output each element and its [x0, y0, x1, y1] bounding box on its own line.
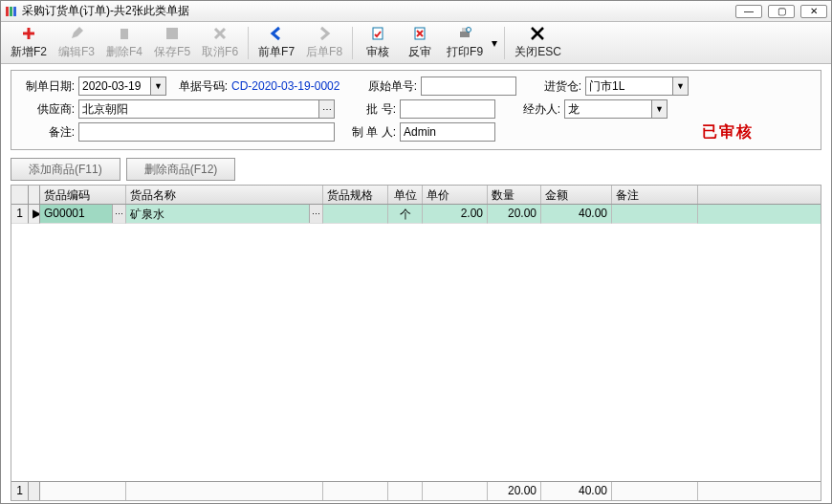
print-button[interactable]: 打印F9 [441, 24, 489, 62]
foot-amount: 40.00 [541, 482, 612, 500]
orig-no-label: 原始单号: [360, 78, 417, 95]
ellipsis-icon[interactable]: ⋯ [112, 205, 125, 223]
close-window-button[interactable]: ✕ [800, 5, 827, 18]
maximize-button[interactable]: ▢ [768, 5, 795, 18]
toolbar-separator [352, 27, 353, 59]
audit-icon [369, 26, 386, 42]
plus-icon [20, 26, 37, 42]
col-unit[interactable]: 单位 [388, 186, 423, 204]
save-button[interactable]: 保存F5 [148, 24, 196, 62]
supplier-input[interactable] [78, 99, 335, 119]
cell-qty[interactable]: 20.00 [488, 205, 541, 224]
row-pointer-icon: ▶ [29, 205, 40, 224]
batch-label: 批 号: [339, 101, 396, 118]
toolbar-separator [504, 27, 505, 59]
ellipsis-icon[interactable]: ⋯ [318, 100, 334, 118]
close-button[interactable]: 关闭ESC [509, 24, 567, 62]
new-button[interactable]: 新增F2 [5, 24, 53, 62]
warehouse-combo[interactable]: ▼ [585, 77, 689, 96]
add-goods-button[interactable]: 添加商品(F11) [11, 158, 120, 181]
supplier-label: 供应商: [21, 101, 75, 118]
cell-amount[interactable]: 40.00 [541, 205, 612, 224]
print-dropdown[interactable]: ▾ [489, 24, 500, 62]
arrow-right-icon [316, 26, 333, 42]
supplier-combo[interactable]: ⋯ [78, 99, 335, 119]
dropdown-icon[interactable]: ▼ [651, 100, 667, 118]
remark-label: 备注: [21, 124, 75, 141]
toolbar-separator [248, 27, 249, 59]
cell-code[interactable]: G00001 ⋯ [40, 205, 126, 224]
doc-no-label: 单据号码: [170, 78, 228, 95]
col-spec[interactable]: 货品规格 [323, 186, 388, 204]
grid-header: 货品编码 货品名称 货品规格 单位 单价 数量 金额 备注 [11, 186, 821, 205]
arrow-left-icon [268, 26, 285, 42]
print-icon [456, 26, 473, 42]
grid-footer: 1 20.00 40.00 [11, 481, 821, 500]
titlebar: 采购订货单(订单)-共2张此类单据 — ▢ ✕ [1, 1, 831, 22]
doc-no-value: CD-2020-03-19-0002 [231, 79, 356, 93]
delete-goods-button[interactable]: 删除商品(F12) [126, 158, 236, 181]
svg-rect-3 [120, 29, 128, 39]
dropdown-icon[interactable]: ▼ [672, 77, 688, 95]
svg-rect-4 [166, 28, 178, 39]
col-rowptr [29, 186, 40, 204]
prev-doc-button[interactable]: 前单F7 [252, 24, 300, 62]
unaudit-icon [411, 26, 428, 42]
edit-icon [68, 26, 85, 42]
remark-input[interactable] [78, 122, 335, 142]
maker-label: 制 单 人: [339, 124, 396, 141]
col-amount[interactable]: 金额 [541, 186, 612, 204]
svg-rect-0 [6, 7, 9, 16]
col-code[interactable]: 货品编码 [40, 186, 126, 204]
window-title: 采购订货单(订单)-共2张此类单据 [22, 3, 735, 19]
cancel-button[interactable]: 取消F6 [196, 24, 244, 62]
maker-input[interactable] [400, 122, 495, 142]
svg-rect-1 [10, 7, 12, 16]
app-icon [5, 5, 18, 18]
svg-rect-5 [373, 28, 383, 39]
handler-label: 经办人: [513, 101, 560, 118]
window: 采购订货单(订单)-共2张此类单据 — ▢ ✕ 新增F2 编辑F3 删除F4 保… [0, 0, 832, 504]
cell-spec[interactable] [323, 205, 388, 224]
next-doc-button[interactable]: 后单F8 [300, 24, 348, 62]
unaudit-button[interactable]: 反审 [399, 24, 441, 62]
goods-grid: 货品编码 货品名称 货品规格 单位 单价 数量 金额 备注 1 ▶ G00001… [11, 185, 821, 501]
window-buttons: — ▢ ✕ [735, 5, 827, 18]
warehouse-label: 进货仓: [534, 78, 581, 95]
minimize-button[interactable]: — [735, 5, 762, 18]
cell-price[interactable]: 2.00 [423, 205, 488, 224]
handler-combo[interactable]: ▼ [564, 99, 668, 119]
cell-note[interactable] [612, 205, 698, 224]
batch-input[interactable] [400, 99, 495, 119]
save-icon [164, 26, 181, 42]
order-date-combo[interactable]: ▼ [78, 77, 166, 96]
orig-no-input[interactable] [421, 77, 516, 96]
foot-qty: 20.00 [488, 482, 541, 500]
audit-stamp: 已审核 [702, 122, 754, 142]
ellipsis-icon[interactable]: ⋯ [309, 205, 322, 223]
col-name[interactable]: 货品名称 [126, 186, 323, 204]
cancel-icon [211, 26, 229, 42]
cell-unit[interactable]: 个 [388, 205, 423, 224]
audit-button[interactable]: 审核 [357, 24, 399, 62]
cell-name[interactable]: 矿泉水 ⋯ [126, 205, 323, 224]
foot-rownum: 1 [11, 482, 29, 500]
form-panel: 制单日期: ▼ 单据号码: CD-2020-03-19-0002 原始单号: 进… [11, 70, 821, 150]
edit-button[interactable]: 编辑F3 [53, 24, 100, 62]
goods-button-row: 添加商品(F11) 删除商品(F12) [1, 154, 831, 185]
col-price[interactable]: 单价 [423, 186, 488, 204]
delete-button[interactable]: 删除F4 [100, 24, 148, 62]
col-qty[interactable]: 数量 [488, 186, 541, 204]
col-rownum [11, 186, 29, 204]
grid-body[interactable]: 1 ▶ G00001 ⋯ 矿泉水 ⋯ 个 2.00 20.00 40.00 [11, 205, 821, 481]
dropdown-icon[interactable]: ▼ [150, 77, 165, 95]
toolbar: 新增F2 编辑F3 删除F4 保存F5 取消F6 前单F7 后单F8 [1, 22, 831, 64]
order-date-label: 制单日期: [21, 78, 75, 95]
col-note[interactable]: 备注 [612, 186, 698, 204]
delete-icon [116, 26, 133, 42]
cell-rownum: 1 [11, 205, 29, 224]
table-row[interactable]: 1 ▶ G00001 ⋯ 矿泉水 ⋯ 个 2.00 20.00 40.00 [11, 205, 821, 224]
close-icon [529, 26, 546, 42]
svg-rect-2 [13, 7, 16, 16]
